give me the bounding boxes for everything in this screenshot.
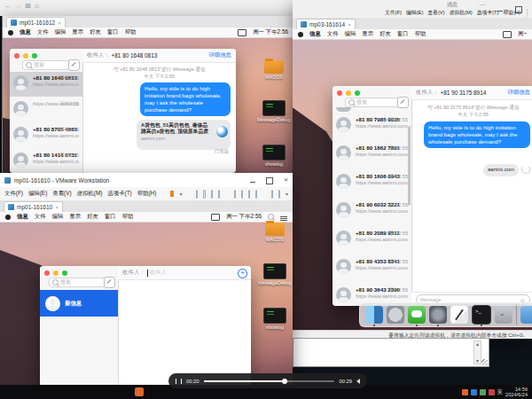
- menu-view[interactable]: 显示: [362, 30, 373, 38]
- list-item[interactable]: +81 80 7985 9035 下午2:55 https://www.aart…: [332, 113, 411, 141]
- notification-center-icon[interactable]: [280, 216, 287, 217]
- tab-close-icon[interactable]: ×: [55, 205, 59, 210]
- menu-help[interactable]: 帮助: [125, 28, 137, 36]
- vm-menu-help[interactable]: 帮助(H): [137, 190, 157, 198]
- unity-icon[interactable]: [255, 190, 257, 199]
- list-item[interactable]: +81 80 2089 9511 下午2:55 https://www.aart…: [332, 227, 411, 254]
- tray-icon-4[interactable]: [489, 389, 495, 395]
- finder-icon[interactable]: [365, 306, 383, 324]
- menu-window[interactable]: 窗口: [107, 28, 119, 36]
- forward-icon[interactable]: →: [14, 2, 21, 10]
- menu-buddies[interactable]: 好友: [90, 28, 101, 36]
- menu-file[interactable]: 文件: [37, 28, 49, 36]
- compose-button[interactable]: [104, 277, 115, 288]
- home-icon[interactable]: ⌂: [35, 2, 39, 10]
- taskbar-app-icon[interactable]: [135, 387, 144, 396]
- list-item[interactable]: +81 80 8705 4863 下午2:55 https://www.aart…: [10, 123, 82, 148]
- vm-menu-edit[interactable]: 编辑(E): [28, 190, 47, 198]
- new-message-to-field[interactable]: 收件人： 收件人: [118, 266, 251, 280]
- apple-icon[interactable]: [5, 215, 11, 220]
- menu-clock[interactable]: 周一 下午2:56: [253, 28, 288, 36]
- launchpad-icon[interactable]: [387, 306, 404, 324]
- list-item[interactable]: +81 80 1416 0731 下午2:55 https://www.aart…: [10, 149, 82, 173]
- tray-icon-2[interactable]: [471, 389, 477, 395]
- tab-close-icon[interactable]: ×: [58, 20, 61, 26]
- menu-buddies[interactable]: 好友: [379, 30, 391, 38]
- revert-snapshot-icon[interactable]: [211, 190, 213, 199]
- vm-menu-view[interactable]: 查看(V): [427, 9, 444, 17]
- manage-snapshots-icon[interactable]: [218, 190, 220, 199]
- link-preview-bubble[interactable]: A货包包_51高仿包包_奢侈品牌高仿a货包包_顶级原单品质 aartmt.com: [137, 120, 231, 150]
- downloads-folder-icon[interactable]: [520, 306, 532, 324]
- library-icon[interactable]: [234, 190, 236, 199]
- desktop-icon-macos[interactable]: MACOS: [257, 223, 293, 242]
- search-input[interactable]: 搜索: [345, 98, 401, 107]
- display-status-icon[interactable]: [238, 29, 246, 36]
- menu-clock[interactable]: 周一 下午2:56: [518, 30, 527, 38]
- menu-help[interactable]: 帮助: [122, 213, 134, 221]
- tab-close-icon[interactable]: ×: [348, 22, 351, 27]
- add-contact-button[interactable]: +: [238, 269, 247, 278]
- tray-icon-3[interactable]: [480, 389, 486, 395]
- compose-button[interactable]: [397, 97, 409, 108]
- panel-scrollbar[interactable]: ▲ ▼: [473, 340, 481, 364]
- list-item[interactable]: +81 80 4353 8341 下午2:55 https://www.aart…: [332, 255, 411, 283]
- vm-menu-vm[interactable]: 虚拟机(M): [77, 190, 103, 198]
- menu-file[interactable]: 文件: [35, 213, 46, 221]
- vm-menu-tabs[interactable]: 选项卡(T): [477, 9, 499, 17]
- vm-menu-view[interactable]: 查看(V): [52, 190, 71, 198]
- menu-window[interactable]: 窗口: [105, 213, 116, 221]
- list-item[interactable]: 下午2:55 https://www.aartmt.com/: [10, 98, 82, 122]
- desktop-icon-messagedebug[interactable]: MessageDebug: [257, 263, 293, 286]
- menu-clock[interactable]: 周一 下午2:56: [226, 213, 262, 221]
- menu-view[interactable]: 显示: [69, 213, 81, 221]
- menu-view[interactable]: 显示: [72, 28, 83, 36]
- apple-icon[interactable]: [8, 30, 13, 35]
- traffic-lights[interactable]: [337, 90, 360, 96]
- desktop-icon-showlog[interactable]: showlog: [257, 308, 293, 330]
- list-scrollbar[interactable]: [408, 126, 411, 206]
- apple-icon[interactable]: [298, 32, 303, 37]
- vm-menu-file[interactable]: 文件(F): [4, 190, 23, 198]
- display-status-icon[interactable]: [503, 31, 512, 38]
- menu-edit[interactable]: 编辑: [52, 213, 64, 221]
- window-title-bar[interactable]: mp01-161610 - VMware Workstation ×: [0, 173, 293, 188]
- menu-messages[interactable]: 信息: [17, 213, 28, 221]
- tray-icon-1[interactable]: [462, 389, 468, 395]
- maximize-button[interactable]: [266, 172, 273, 188]
- details-link[interactable]: 详细信息: [507, 89, 530, 97]
- apps-grid-icon[interactable]: ⊞: [25, 2, 31, 10]
- system-preferences-icon[interactable]: [429, 306, 447, 324]
- desktop-icon-macos[interactable]: MACOS: [256, 60, 292, 80]
- vm-menu-help[interactable]: 帮助(H): [504, 9, 521, 17]
- new-message-list-item[interactable]: 新信息: [40, 290, 118, 317]
- more-button[interactable]: …: [479, 0, 486, 7]
- downloads-stack-icon[interactable]: ⌄: [495, 306, 512, 324]
- snapshot-menu-icon[interactable]: [278, 190, 280, 199]
- console-view-icon[interactable]: [271, 190, 273, 199]
- close-button[interactable]: ×: [284, 176, 288, 184]
- pause-icon[interactable]: [176, 379, 182, 384]
- seek-bar[interactable]: [204, 380, 335, 382]
- vm-tab[interactable]: mp01-161610 ×: [4, 201, 63, 212]
- volume-icon[interactable]: [356, 379, 360, 384]
- menu-buddies[interactable]: 好友: [87, 213, 98, 221]
- display-status-icon[interactable]: [211, 214, 220, 221]
- pause-vm-icon[interactable]: [170, 191, 174, 197]
- seek-handle[interactable]: [282, 379, 287, 384]
- resize-grip[interactable]: [481, 359, 488, 365]
- compose-button[interactable]: [68, 59, 80, 71]
- thumbnail-bar-icon[interactable]: [241, 190, 243, 199]
- search-input[interactable]: 搜索: [49, 278, 107, 287]
- traffic-lights[interactable]: [14, 53, 37, 59]
- snapshot-icon[interactable]: [203, 190, 205, 199]
- vm-menu-file[interactable]: 文件(F): [385, 9, 402, 17]
- desktop-icon-showlog[interactable]: showlog: [256, 145, 292, 167]
- ime-indicator[interactable]: 英: [497, 388, 504, 396]
- list-item[interactable]: +81 80 1606 0943 下午2:55 https://www.aart…: [332, 170, 411, 198]
- vm-tab[interactable]: mp01-161612 ×: [6, 17, 66, 27]
- desktop-icon-messagedebug[interactable]: MessageDebug: [256, 100, 292, 122]
- fullscreen-icon[interactable]: [248, 190, 250, 199]
- menu-help[interactable]: 帮助: [415, 30, 426, 38]
- menu-messages[interactable]: 信息: [309, 30, 321, 38]
